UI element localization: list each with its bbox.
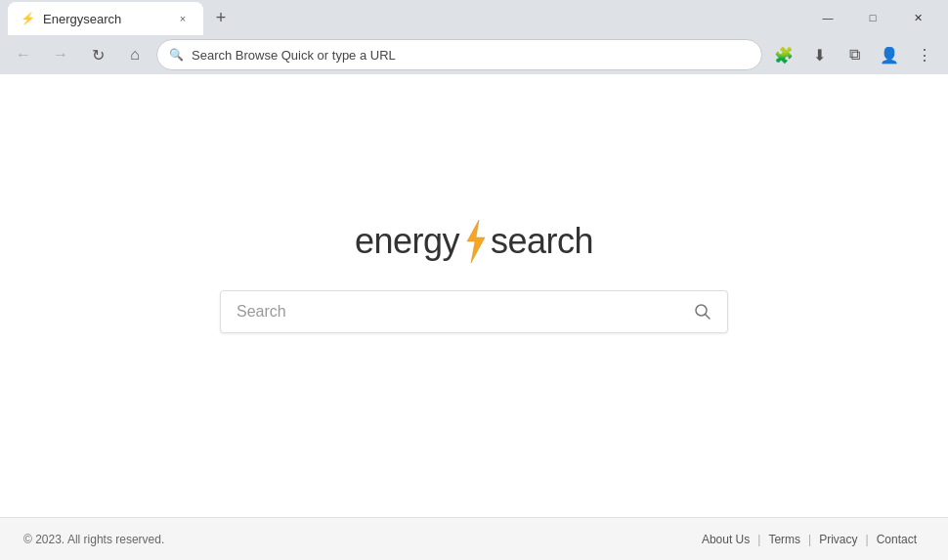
address-search-icon: 🔍 [169, 48, 184, 62]
active-tab[interactable]: ⚡ Energysearch × [8, 2, 203, 35]
reload-button[interactable]: ↻ [82, 39, 113, 70]
footer-link-about[interactable]: About Us [694, 533, 757, 546]
minimize-button[interactable]: — [805, 0, 850, 35]
footer-link-privacy[interactable]: Privacy [811, 533, 865, 546]
home-button[interactable]: ⌂ [119, 39, 151, 70]
title-bar: ⚡ Energysearch × + — □ ✕ [0, 0, 948, 35]
search-submit-button[interactable] [694, 303, 711, 321]
logo-text-energy: energy [355, 221, 459, 262]
split-button[interactable]: ⧉ [839, 39, 870, 70]
logo-text-search: search [491, 221, 593, 262]
footer-link-terms[interactable]: Terms [760, 533, 808, 546]
svg-marker-0 [467, 220, 485, 263]
footer: © 2023. All rights reserved. About Us | … [0, 517, 948, 560]
back-button[interactable]: ← [8, 39, 39, 70]
logo: energy search [355, 220, 593, 263]
nav-bar: ← → ↻ ⌂ 🔍 Search Browse Quick or type a … [0, 35, 948, 74]
tab-favicon-icon: ⚡ [20, 11, 35, 26]
maximize-button[interactable]: □ [850, 0, 895, 35]
downloads-button[interactable]: ⬇ [803, 39, 835, 70]
address-bar[interactable]: 🔍 Search Browse Quick or type a URL [156, 39, 762, 70]
window-controls: — □ ✕ [805, 0, 940, 35]
page-content: energy search © 2023. All rights reserve… [0, 74, 948, 560]
menu-button[interactable]: ⋮ [909, 39, 940, 70]
profile-button[interactable]: 👤 [874, 39, 905, 70]
tab-title: Energysearch [43, 12, 166, 26]
browser-chrome: ⚡ Energysearch × + — □ ✕ ← → ↻ ⌂ 🔍 Searc… [0, 0, 948, 74]
new-tab-button[interactable]: + [207, 4, 235, 31]
tab-strip: ⚡ Energysearch × + [8, 0, 235, 35]
search-container [220, 290, 728, 333]
lightning-bolt-icon [461, 220, 489, 263]
search-icon [694, 303, 711, 321]
main-area: energy search [0, 74, 948, 517]
copyright-text: © 2023. All rights reserved. [23, 533, 694, 546]
svg-line-2 [706, 314, 711, 319]
extensions-button[interactable]: 🧩 [768, 39, 799, 70]
footer-links: About Us | Terms | Privacy | Contact [694, 533, 925, 546]
toolbar-right: 🧩 ⬇ ⧉ 👤 ⋮ [768, 39, 940, 70]
forward-button[interactable]: → [45, 39, 76, 70]
footer-link-contact[interactable]: Contact [869, 533, 925, 546]
address-text: Search Browse Quick or type a URL [192, 48, 750, 63]
search-input[interactable] [237, 303, 694, 321]
close-button[interactable]: ✕ [895, 0, 940, 35]
tab-close-button[interactable]: × [174, 10, 192, 27]
